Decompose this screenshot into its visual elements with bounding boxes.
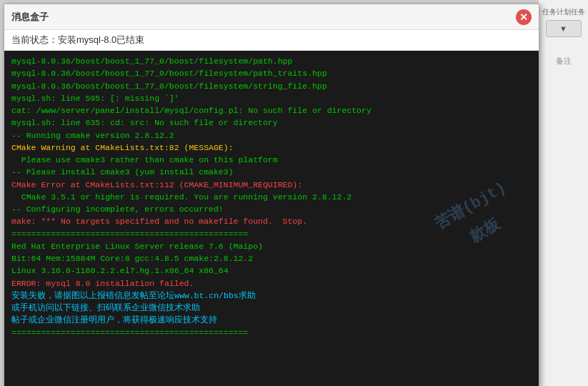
status-bar: 当前状态：安装mysql-8.0已结束 <box>4 30 539 51</box>
schedule-label: 任务计划任务 <box>542 7 585 17</box>
console-line: 帖子或企业微信注册明用户，将获得极速响应技术支持 <box>11 314 532 326</box>
console-line: -- Configuring incomplete, errors occurr… <box>11 203 532 215</box>
modal-dialog: 消息盒子 ✕ 当前状态：安装mysql-8.0已结束 mysql-8.0.36/… <box>4 4 539 386</box>
console-line: Red Hat Enterprise Linux Server release … <box>11 240 532 252</box>
console-line: mysql.sh: line 595: [: missing `]' <box>11 92 532 104</box>
close-icon: ✕ <box>519 11 528 23</box>
right-sidebar: 任务计划任务 ▼ 备注 <box>538 0 588 386</box>
status-text: 当前状态：安装mysql-8.0已结束 <box>11 34 144 45</box>
console-line: cat: /www/server/panel/install/mysql/con… <box>11 104 532 117</box>
console-line: ========================================… <box>11 228 532 240</box>
console-line: mysql-8.0.36/boost/boost_1_77_0/boost/fi… <box>11 55 532 67</box>
console-line: Linux 3.10.0-1160.2.2.el7.hg.1.x86_64 x8… <box>11 264 532 277</box>
console-line: CMake Error at CMakeLists.txt:112 (CMAKE… <box>11 179 532 191</box>
chevron-down-icon: ▼ <box>559 24 567 33</box>
console-line: ========================================… <box>11 327 532 339</box>
console-line: ERROR: mysql 8.0 installation failed. <box>11 277 532 290</box>
modal-titlebar: 消息盒子 ✕ <box>4 4 539 30</box>
console-line: mysql-8.0.36/boost/boost_1_77_0/boost/fi… <box>11 67 532 79</box>
console-output[interactable]: mysql-8.0.36/boost/boost_1_77_0/boost/fi… <box>4 51 539 386</box>
console-line: -- Please install cmake3 (yum install cm… <box>11 166 532 178</box>
console-line: 安装失败，请据图以上报错信息发帖至论坛www.bt.cn/bbs求助 <box>11 290 532 302</box>
console-line: make: *** No targets specified and no ma… <box>11 215 532 227</box>
console-line: -- Running cmake version 2.8.12.2 <box>11 129 532 142</box>
console-line: Bit:64 Mem:15884M Core:8 gcc:4.8.5 cmake… <box>11 252 532 264</box>
arrow-down-button[interactable]: ▼ <box>546 20 582 37</box>
comment-label: 备注 <box>556 56 572 66</box>
console-line: mysql.sh: line 635: cd: src: No such fil… <box>11 117 532 129</box>
console-line: CMake Warning at CMakeLists.txt:82 (MESS… <box>11 142 532 154</box>
console-line: mysql-8.0.36/boost/boost_1_77_0/boost/fi… <box>11 80 532 92</box>
console-line: CMake 3.5.1 or higher is required. You a… <box>11 191 532 203</box>
close-button[interactable]: ✕ <box>516 9 532 25</box>
modal-title: 消息盒子 <box>11 11 49 24</box>
console-line: 或手机访问以下链接、扫码联系企业微信技术求助 <box>11 302 532 314</box>
console-line: Please use cmake3 rather than cmake on t… <box>11 154 532 166</box>
